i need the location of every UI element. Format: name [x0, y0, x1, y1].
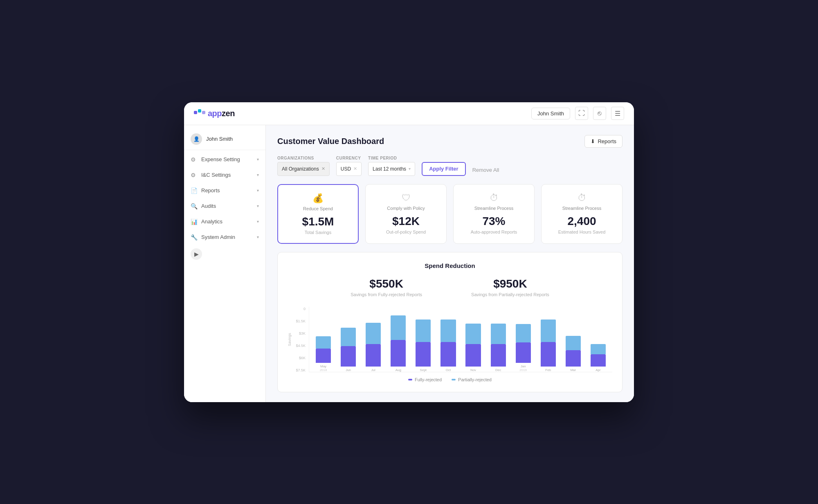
chart-highlights: $550K Savings from Fully-rejected Report…: [288, 277, 612, 297]
bar-top-segment: [366, 323, 381, 344]
gear-icon-2: ⚙: [191, 172, 197, 178]
time-period-filter: TIME PERIOD Last 12 months ▾: [368, 156, 415, 176]
chart-legend: Fully-rejected Partially-rejected: [288, 377, 612, 382]
bar-month-label: Feb: [545, 368, 551, 372]
user-button[interactable]: John Smith: [531, 108, 570, 119]
avatar: 👤: [191, 133, 202, 145]
exit-icon[interactable]: ⎋: [593, 107, 606, 120]
legend-partially-rejected: Partially-rejected: [452, 377, 492, 382]
bar-month-label: Oct: [446, 368, 451, 372]
sidebar-item-audits[interactable]: 🔍 Audits ▾: [184, 198, 265, 214]
currency-clear-icon[interactable]: ✕: [353, 166, 357, 171]
sidebar-label-ic: I&C Settings: [201, 172, 231, 178]
organizations-value: All Organizations: [282, 166, 319, 172]
sidebar-item-expense-setting[interactable]: ⚙ Expense Setting ▾: [184, 152, 265, 167]
cards-row: 💰 Reduce Spend $1.5M Total Savings 🛡 Com…: [277, 184, 622, 244]
organizations-filter: ORGANIZATIONS All Organizations ✕: [277, 156, 330, 176]
bar-month-label: Apr: [596, 368, 600, 372]
remove-all-button[interactable]: Remove All: [472, 164, 499, 176]
bar-stack: [462, 324, 484, 367]
card-label-comply: Comply with Policy: [374, 206, 438, 211]
highlight-partially-rejected: $950K Savings from Partially-rejected Re…: [471, 277, 549, 297]
highlight-label-partially: Savings from Partially-rejected Reports: [471, 292, 549, 297]
bar-year-label: 2019: [519, 368, 527, 372]
bar-group: Nov: [462, 324, 484, 372]
card-label-reduce-spend: Reduce Spend: [286, 206, 350, 211]
sidebar-item-analytics[interactable]: 📊 Analytics ▾: [184, 214, 265, 230]
organizations-close-icon[interactable]: ✕: [321, 166, 325, 171]
time-period-select[interactable]: Last 12 months ▾: [368, 162, 415, 176]
chevron-icon-ic: ▾: [257, 173, 259, 177]
organizations-label: ORGANIZATIONS: [277, 156, 330, 160]
bar-bottom-segment: [465, 344, 481, 367]
highlight-value-fully: $550K: [351, 277, 422, 290]
bar-group: Feb: [537, 320, 559, 372]
y-label-1: $6K: [292, 356, 306, 360]
menu-icon[interactable]: ☰: [611, 107, 624, 120]
sidebar-label-sysadmin: System Admin: [201, 234, 235, 240]
bar-group: Mar: [562, 336, 584, 372]
card-label-streamline-1: Streamline Process: [462, 206, 526, 211]
bars-area: May2018JunJulAugSeptOctNovDecJan2019FebM…: [309, 307, 612, 372]
reports-button[interactable]: ⬇ Reports: [584, 135, 622, 148]
page-title: Customer Value Dashboard: [277, 137, 384, 146]
sidebar-item-system-admin[interactable]: 🔧 System Admin ▾: [184, 230, 265, 245]
reports-icon: 📄: [191, 187, 197, 194]
chart-section: Spend Reduction $550K Savings from Fully…: [277, 252, 622, 392]
sidebar-collapse-button[interactable]: ▶: [191, 248, 202, 260]
top-bar-right: John Smith ⛶ ⎋ ☰: [531, 107, 624, 120]
bar-bottom-segment: [541, 342, 556, 367]
svg-rect-2: [202, 111, 205, 114]
currency-label: CURRENCY: [336, 156, 362, 160]
system-admin-icon: 🔧: [191, 234, 197, 241]
sidebar-item-reports[interactable]: 📄 Reports ▾: [184, 183, 265, 198]
bar-month-label: Mar: [570, 368, 576, 372]
chevron-down-icon-time: ▾: [409, 166, 411, 171]
analytics-icon: 📊: [191, 218, 197, 225]
y-label-3: $3K: [292, 331, 306, 335]
svg-rect-0: [194, 111, 197, 114]
download-icon: ⬇: [591, 138, 595, 144]
bar-bottom-segment: [591, 354, 606, 367]
y-axis-title: Savings: [288, 307, 292, 372]
filters-row: ORGANIZATIONS All Organizations ✕ CURREN…: [277, 156, 622, 176]
currency-filter: CURRENCY USD ✕: [336, 156, 362, 176]
apply-filter-button[interactable]: Apply Filter: [422, 162, 466, 176]
organizations-tag[interactable]: All Organizations ✕: [277, 162, 330, 176]
card-comply-policy[interactable]: 🛡 Comply with Policy $12K Out-of-policy …: [365, 184, 447, 244]
bar-stack: [387, 315, 409, 367]
bar-group: Aug: [387, 315, 409, 372]
bar-bottom-segment: [516, 342, 531, 363]
bar-top-segment: [591, 344, 606, 354]
logo-icon: [194, 109, 205, 117]
y-label-5: 0: [292, 307, 306, 311]
chart-title: Spend Reduction: [288, 262, 612, 269]
card-streamline-2[interactable]: ⏱ Streamline Process 2,400 Estimated Hou…: [541, 184, 622, 244]
laptop-wrapper: appzen John Smith ⛶ ⎋ ☰ 👤 John Smith ⚙: [184, 102, 634, 402]
highlight-fully-rejected: $550K Savings from Fully-rejected Report…: [351, 277, 422, 297]
card-sub-streamline-2: Estimated Hours Saved: [550, 230, 614, 234]
legend-label-fully: Fully-rejected: [415, 377, 442, 382]
gear-icon: ⚙: [191, 156, 197, 163]
bar-bottom-segment: [566, 350, 581, 367]
y-axis: $7.5K $6K $4.5K $3K $1.5K 0: [292, 307, 309, 372]
bar-top-segment: [416, 320, 431, 342]
chevron-icon-sysadmin: ▾: [257, 235, 259, 239]
bar-top-segment: [491, 324, 506, 344]
bar-top-segment: [440, 320, 456, 342]
bar-chart-wrapper: Savings $7.5K $6K $4.5K $3K $1.5K 0 May2…: [288, 307, 612, 372]
sidebar-item-ic-settings[interactable]: ⚙ I&C Settings ▾: [184, 167, 265, 183]
currency-select[interactable]: USD ✕: [336, 162, 362, 176]
y-label-2: $4.5K: [292, 344, 306, 348]
chevron-icon-audits: ▾: [257, 204, 259, 208]
card-streamline-1[interactable]: ⏱ Streamline Process 73% Auto-approved R…: [453, 184, 535, 244]
svg-rect-1: [198, 109, 201, 112]
bar-group: May2018: [312, 336, 334, 372]
bar-top-segment: [541, 320, 556, 342]
laptop-screen: appzen John Smith ⛶ ⎋ ☰ 👤 John Smith ⚙: [184, 102, 634, 402]
logo: appzen: [194, 109, 235, 118]
bar-group: Jun: [337, 328, 359, 372]
time-period-label: TIME PERIOD: [368, 156, 415, 160]
card-reduce-spend[interactable]: 💰 Reduce Spend $1.5M Total Savings: [277, 184, 359, 244]
fullscreen-icon[interactable]: ⛶: [575, 107, 588, 120]
